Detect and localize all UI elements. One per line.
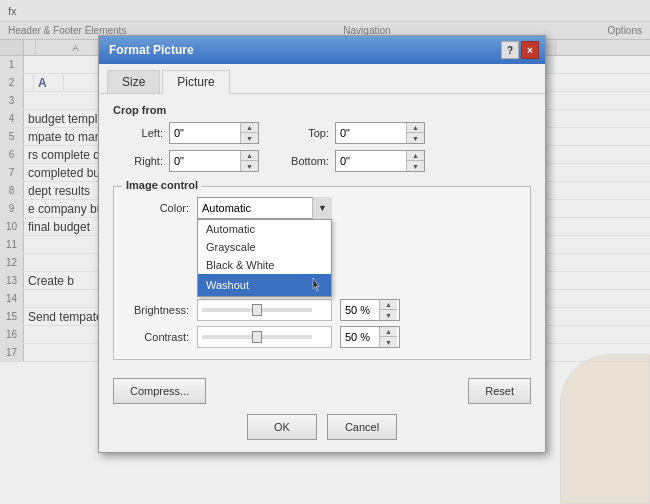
bottom-spin-buttons: ▲ ▼	[406, 151, 424, 171]
color-row: Color: Automatic ▼ Automatic Grayscale B…	[124, 197, 520, 219]
left-label: Left:	[113, 127, 163, 139]
reset-button[interactable]: Reset	[468, 378, 531, 404]
dialog-body: Crop from Left: ▲ ▼ Righ	[99, 94, 545, 370]
image-control-legend: Image control	[122, 179, 202, 191]
washout-label: Washout	[206, 279, 249, 291]
contrast-spin-buttons: ▲ ▼	[379, 327, 397, 347]
contrast-spin[interactable]: ▲ ▼	[340, 326, 400, 348]
left-spin-input[interactable]: ▲ ▼	[169, 122, 259, 144]
brightness-slider-track[interactable]	[202, 308, 312, 312]
tab-picture[interactable]: Picture	[162, 70, 229, 94]
dropdown-item-black-white[interactable]: Black & White	[198, 256, 331, 274]
action-right: Reset	[468, 378, 531, 404]
crop-left-right: Left: ▲ ▼ Right:	[113, 122, 259, 178]
help-button[interactable]: ?	[501, 41, 519, 59]
right-spin-input[interactable]: ▲ ▼	[169, 150, 259, 172]
compress-button[interactable]: Compress...	[113, 378, 206, 404]
right-spin-down[interactable]: ▼	[241, 161, 258, 171]
dropdown-item-grayscale[interactable]: Grayscale	[198, 238, 331, 256]
action-left: Compress...	[113, 378, 206, 404]
crop-right-row: Right: ▲ ▼	[113, 150, 259, 172]
crop-left-row: Left: ▲ ▼	[113, 122, 259, 144]
ok-button[interactable]: OK	[247, 414, 317, 440]
titlebar-buttons: ? ×	[501, 41, 539, 59]
crop-bottom-row: Bottom: ▲ ▼	[279, 150, 425, 172]
left-spin-up[interactable]: ▲	[241, 123, 258, 133]
bottom-spin-up[interactable]: ▲	[407, 151, 424, 161]
crop-section: Crop from Left: ▲ ▼ Righ	[113, 104, 531, 178]
close-button[interactable]: ×	[521, 41, 539, 59]
cancel-button[interactable]: Cancel	[327, 414, 397, 440]
tab-size[interactable]: Size	[107, 70, 160, 93]
brightness-value-input[interactable]	[341, 300, 379, 320]
right-spin-up[interactable]: ▲	[241, 151, 258, 161]
image-control-section: Image control Color: Automatic ▼ Automat…	[113, 186, 531, 360]
brightness-label: Brightness:	[124, 304, 189, 316]
contrast-slider-container[interactable]	[197, 326, 332, 348]
crop-fields: Left: ▲ ▼ Right:	[113, 122, 531, 178]
right-label: Right:	[113, 155, 163, 167]
brightness-row: Brightness: ▲ ▼	[124, 299, 520, 321]
brightness-spin-up[interactable]: ▲	[380, 300, 397, 310]
dialog-tabs: Size Picture	[99, 64, 545, 94]
brightness-spin-buttons: ▲ ▼	[379, 300, 397, 320]
bottom-spin-input[interactable]: ▲ ▼	[335, 150, 425, 172]
bottom-spin-down[interactable]: ▼	[407, 161, 424, 171]
contrast-label: Contrast:	[124, 331, 189, 343]
format-picture-dialog: Format Picture ? × Size Picture Crop fro…	[98, 35, 546, 453]
dropdown-item-automatic[interactable]: Automatic	[198, 220, 331, 238]
contrast-spin-up[interactable]: ▲	[380, 327, 397, 337]
dialog-titlebar: Format Picture ? ×	[99, 36, 545, 64]
contrast-slider-track[interactable]	[202, 335, 312, 339]
bottom-value-input[interactable]	[336, 151, 406, 171]
top-value-input[interactable]	[336, 123, 406, 143]
top-spin-down[interactable]: ▼	[407, 133, 424, 143]
crop-top-bottom: Top: ▲ ▼ Bottom:	[279, 122, 425, 178]
contrast-value-input[interactable]	[341, 327, 379, 347]
contrast-slider-thumb[interactable]	[252, 331, 262, 343]
left-value-input[interactable]	[170, 123, 240, 143]
dialog-bottom-buttons: Compress... Reset	[99, 370, 545, 414]
top-spin-input[interactable]: ▲ ▼	[335, 122, 425, 144]
contrast-row: Contrast: ▲ ▼	[124, 326, 520, 348]
cursor-icon	[309, 277, 323, 293]
brightness-spin-down[interactable]: ▼	[380, 310, 397, 320]
dropdown-item-washout[interactable]: Washout	[198, 274, 331, 296]
crop-top-row: Top: ▲ ▼	[279, 122, 425, 144]
dialog-title: Format Picture	[109, 43, 194, 57]
brightness-spin[interactable]: ▲ ▼	[340, 299, 400, 321]
color-dropdown[interactable]: Automatic	[197, 197, 332, 219]
bottom-label: Bottom:	[279, 155, 329, 167]
top-label: Top:	[279, 127, 329, 139]
right-spin-buttons: ▲ ▼	[240, 151, 258, 171]
color-dropdown-list: Automatic Grayscale Black & White Washou…	[197, 219, 332, 297]
left-spin-buttons: ▲ ▼	[240, 123, 258, 143]
top-spin-up[interactable]: ▲	[407, 123, 424, 133]
crop-label: Crop from	[113, 104, 531, 116]
brightness-slider-thumb[interactable]	[252, 304, 262, 316]
contrast-spin-down[interactable]: ▼	[380, 337, 397, 347]
brightness-slider-container[interactable]	[197, 299, 332, 321]
right-value-input[interactable]	[170, 151, 240, 171]
color-dropdown-value: Automatic	[202, 202, 251, 214]
color-dropdown-container: Automatic ▼ Automatic Grayscale Black & …	[197, 197, 332, 219]
left-spin-down[interactable]: ▼	[241, 133, 258, 143]
color-label: Color:	[124, 202, 189, 214]
ok-cancel-buttons: OK Cancel	[99, 414, 545, 452]
top-spin-buttons: ▲ ▼	[406, 123, 424, 143]
